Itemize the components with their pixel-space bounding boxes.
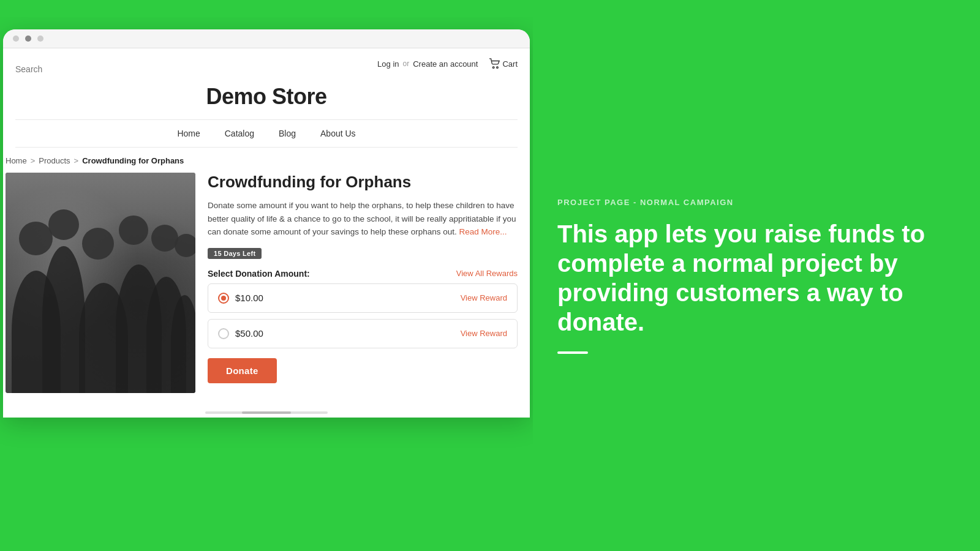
store-title-area: Demo Store	[15, 78, 518, 120]
right-panel: PROJECT PAGE - NORMAL CAMPAIGN This app …	[533, 0, 980, 551]
left-panel: Log in or Create an account Cart Dem	[0, 0, 533, 551]
donation-option-10-label: $10.00	[218, 293, 263, 304]
svg-point-0	[493, 67, 495, 69]
scroll-indicator	[3, 405, 530, 418]
silhouette-6	[171, 295, 195, 393]
store-title: Demo Store	[15, 84, 518, 110]
radio-50-circle	[218, 328, 229, 339]
green-bottom-bar	[0, 514, 980, 551]
product-image-placeholder	[6, 173, 195, 393]
login-link[interactable]: Log in	[377, 59, 399, 69]
nav-catalog[interactable]: Catalog	[225, 129, 254, 138]
head-1	[19, 222, 53, 255]
breadcrumb-sep-1: >	[31, 156, 36, 165]
donation-option-50-label: $50.00	[218, 328, 263, 339]
donation-option-50[interactable]: $50.00 View Reward	[208, 319, 518, 348]
breadcrumb-current: Crowdfunding for Orphans	[82, 156, 184, 165]
store-header: Log in or Create an account Cart Dem	[3, 48, 530, 148]
view-all-rewards-link[interactable]: View All Rewards	[456, 269, 518, 278]
days-left-badge: 15 Days Left	[208, 248, 262, 259]
head-3	[82, 228, 114, 260]
cart-icon	[489, 58, 500, 69]
breadcrumb-home[interactable]: Home	[6, 156, 27, 165]
search-input[interactable]	[15, 64, 89, 74]
cart-area[interactable]: Cart	[489, 58, 518, 69]
cart-label: Cart	[502, 59, 518, 69]
nav-home[interactable]: Home	[177, 129, 200, 138]
browser-dot-2	[25, 36, 31, 42]
read-more-link[interactable]: Read More...	[459, 227, 507, 236]
search-bar-area	[15, 59, 89, 74]
view-reward-10-link[interactable]: View Reward	[461, 293, 507, 302]
breadcrumb-products[interactable]: Products	[39, 156, 70, 165]
product-description: Donate some amount if you want to help t…	[208, 199, 518, 239]
product-details: Crowdfunding for Orphans Donate some amo…	[195, 173, 524, 383]
donate-button[interactable]: Donate	[208, 358, 277, 383]
donation-option-50-amount: $50.00	[235, 328, 263, 339]
donation-option-10[interactable]: $10.00 View Reward	[208, 283, 518, 313]
breadcrumb-sep-2: >	[74, 156, 79, 165]
browser-chrome	[3, 29, 530, 48]
campaign-label: PROJECT PAGE - NORMAL CAMPAIGN	[557, 198, 943, 207]
nav-blog[interactable]: Blog	[279, 129, 296, 138]
product-area: Crowdfunding for Orphans Donate some amo…	[3, 173, 530, 405]
scroll-dot	[205, 411, 328, 414]
product-title: Crowdfunding for Orphans	[208, 173, 518, 192]
nav-about-us[interactable]: About Us	[320, 129, 356, 138]
donation-label-area: Select Donation Amount: View All Rewards	[208, 269, 518, 279]
breadcrumb: Home > Products > Crowdfunding for Orpha…	[3, 148, 530, 173]
browser-window: Log in or Create an account Cart Dem	[3, 29, 530, 418]
campaign-headline: This app lets you raise funds to complet…	[557, 219, 943, 337]
browser-dot-1	[13, 36, 19, 42]
product-image	[6, 173, 195, 393]
view-reward-50-link[interactable]: View Reward	[461, 329, 507, 338]
head-4	[119, 216, 148, 245]
donation-label-text: Select Donation Amount:	[208, 269, 310, 279]
store-nav: Home Catalog Blog About Us	[15, 120, 518, 148]
head-6	[175, 234, 195, 257]
campaign-divider	[557, 351, 588, 354]
create-account-link[interactable]: Create an account	[413, 59, 478, 69]
browser-dot-3	[37, 36, 43, 42]
login-separator: or	[403, 59, 410, 68]
green-top-bar	[0, 0, 980, 17]
svg-point-1	[497, 67, 499, 69]
head-2	[48, 209, 79, 240]
radio-10-circle	[218, 293, 229, 304]
top-bar: Log in or Create an account Cart	[377, 58, 518, 75]
donation-option-10-amount: $10.00	[235, 293, 263, 303]
